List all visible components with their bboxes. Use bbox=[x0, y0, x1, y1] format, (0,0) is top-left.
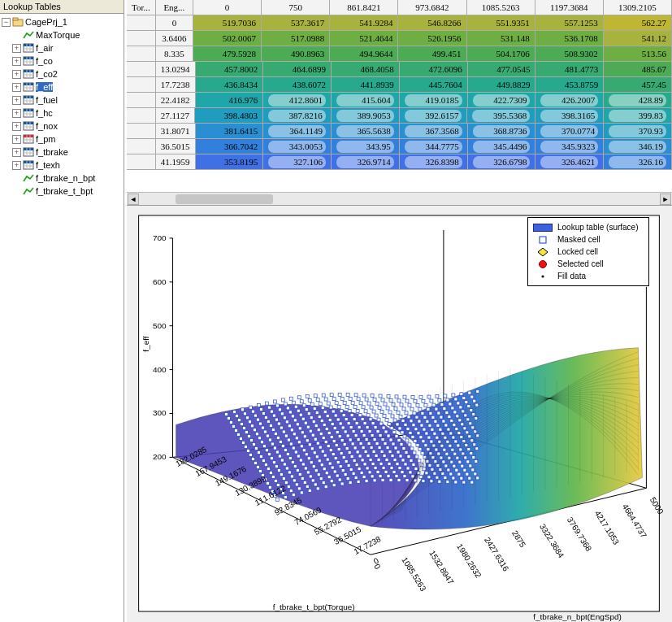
table-cell[interactable]: 370.93 bbox=[604, 124, 672, 139]
collapse-icon[interactable]: − bbox=[2, 18, 11, 27]
row-header[interactable]: 27.1127 bbox=[156, 108, 195, 124]
row-gutter[interactable] bbox=[127, 15, 156, 31]
table-cell[interactable]: 415.604 bbox=[332, 93, 400, 108]
tree-item-f_tbrake_t_bpt[interactable]: f_tbrake_t_bpt bbox=[2, 185, 124, 198]
table-cell[interactable]: 399.83 bbox=[604, 108, 672, 124]
expand-icon[interactable]: + bbox=[12, 96, 21, 105]
expand-icon[interactable]: + bbox=[12, 44, 21, 53]
expand-icon[interactable]: + bbox=[12, 70, 21, 79]
table-cell[interactable]: 346.19 bbox=[604, 139, 672, 154]
row-gutter[interactable] bbox=[127, 154, 156, 170]
row-gutter[interactable] bbox=[127, 77, 156, 93]
table-cell[interactable]: 562.27 bbox=[604, 15, 672, 31]
tree-item-MaxTorque[interactable]: MaxTorque bbox=[2, 28, 124, 41]
table-cell[interactable]: 419.0185 bbox=[400, 93, 468, 108]
table-cell[interactable]: 504.1706 bbox=[467, 46, 535, 62]
table-cell[interactable]: 477.0545 bbox=[468, 62, 536, 77]
table-cell[interactable]: 517.0988 bbox=[262, 31, 330, 46]
col-header[interactable]: 861.8421 bbox=[330, 0, 398, 15]
tree-item-f_fuel[interactable]: +f_fuel bbox=[2, 94, 124, 107]
table-cell[interactable]: 398.3165 bbox=[535, 108, 604, 124]
table-cell[interactable]: 502.0067 bbox=[193, 31, 262, 46]
expand-icon[interactable]: + bbox=[12, 122, 21, 131]
table-cell[interactable]: 398.4803 bbox=[195, 108, 263, 124]
table-cell[interactable]: 368.8736 bbox=[468, 124, 536, 139]
tree-item-f_hc[interactable]: +f_hc bbox=[2, 107, 124, 120]
row-gutter[interactable] bbox=[127, 62, 156, 77]
table-cell[interactable]: 546.8266 bbox=[398, 15, 466, 31]
col-axis-header[interactable]: Eng... bbox=[156, 0, 193, 15]
row-header[interactable]: 3.6406 bbox=[156, 31, 193, 46]
table-cell[interactable]: 536.1708 bbox=[535, 31, 604, 46]
table-cell[interactable]: 494.9644 bbox=[330, 46, 398, 62]
table-cell[interactable]: 416.976 bbox=[196, 93, 264, 108]
col-header[interactable]: 1085.5263 bbox=[467, 0, 535, 15]
tree-item-f_nox[interactable]: +f_nox bbox=[2, 120, 124, 133]
table-cell[interactable]: 490.8963 bbox=[262, 46, 330, 62]
tree-item-f_co2[interactable]: +f_co2 bbox=[2, 67, 124, 80]
table-cell[interactable]: 479.5928 bbox=[193, 46, 262, 62]
table-cell[interactable]: 557.1253 bbox=[535, 15, 604, 31]
table-cell[interactable]: 344.7775 bbox=[400, 139, 468, 154]
expand-icon[interactable]: + bbox=[12, 135, 21, 144]
row-header[interactable]: 8.335 bbox=[156, 46, 193, 62]
table-cell[interactable]: 428.89 bbox=[604, 93, 672, 108]
table-cell[interactable]: 513.56 bbox=[604, 46, 672, 62]
row-gutter[interactable] bbox=[127, 108, 156, 124]
table-cell[interactable]: 441.8939 bbox=[332, 77, 400, 93]
table-cell[interactable]: 426.2007 bbox=[535, 93, 604, 108]
table-cell[interactable]: 481.4773 bbox=[535, 62, 604, 77]
table-cell[interactable]: 365.5638 bbox=[332, 124, 400, 139]
table-cell[interactable]: 326.16 bbox=[604, 154, 672, 170]
table-cell[interactable]: 457.8002 bbox=[196, 62, 264, 77]
scroll-thumb[interactable] bbox=[176, 194, 273, 204]
table-cell[interactable]: 343.95 bbox=[332, 139, 400, 154]
table-cell[interactable]: 392.6157 bbox=[400, 108, 468, 124]
table-cell[interactable]: 485.67 bbox=[604, 62, 672, 77]
tree-item-f_eff[interactable]: +f_eff bbox=[2, 80, 124, 94]
table-cell[interactable]: 436.8434 bbox=[196, 77, 264, 93]
row-gutter[interactable] bbox=[127, 124, 156, 139]
table-cell[interactable]: 367.3568 bbox=[400, 124, 468, 139]
col-header[interactable]: 973.6842 bbox=[398, 0, 466, 15]
table-cell[interactable]: 381.6415 bbox=[196, 124, 264, 139]
table-cell[interactable]: 343.0053 bbox=[263, 139, 332, 154]
table-cell[interactable]: 326.8398 bbox=[400, 154, 468, 170]
table-cell[interactable]: 327.106 bbox=[263, 154, 332, 170]
row-gutter[interactable] bbox=[127, 46, 156, 62]
row-header[interactable]: 36.5015 bbox=[156, 139, 196, 154]
table-cell[interactable]: 464.6899 bbox=[263, 62, 332, 77]
row-gutter[interactable] bbox=[127, 139, 156, 154]
table-cell[interactable]: 521.4644 bbox=[330, 31, 398, 46]
table-cell[interactable]: 508.9302 bbox=[535, 46, 604, 62]
table-cell[interactable]: 541.9284 bbox=[330, 15, 398, 31]
tree-item-f_air[interactable]: +f_air bbox=[2, 41, 124, 54]
table-cell[interactable]: 449.8829 bbox=[468, 77, 536, 93]
expand-icon[interactable]: + bbox=[12, 57, 21, 66]
table-cell[interactable]: 345.4496 bbox=[468, 139, 536, 154]
table-cell[interactable]: 387.8216 bbox=[263, 108, 332, 124]
expand-icon[interactable]: + bbox=[12, 161, 21, 170]
col-header[interactable]: 1197.3684 bbox=[535, 0, 604, 15]
scroll-right-button[interactable]: ► bbox=[660, 194, 671, 205]
tree-root-row[interactable]: − CagePrj_1 bbox=[2, 15, 124, 28]
col-header[interactable]: 750 bbox=[262, 0, 330, 15]
table-cell[interactable]: 326.6798 bbox=[468, 154, 536, 170]
table-cell[interactable]: 353.8195 bbox=[196, 154, 264, 170]
col-header[interactable]: 0 bbox=[193, 0, 262, 15]
table-cell[interactable]: 370.0774 bbox=[535, 124, 604, 139]
col-header[interactable]: 1309.2105 bbox=[604, 0, 672, 15]
table-cell[interactable]: 366.7042 bbox=[196, 139, 264, 154]
tree-item-f_tbrake[interactable]: +f_tbrake bbox=[2, 146, 124, 159]
table-cell[interactable]: 326.9714 bbox=[332, 154, 400, 170]
table-cell[interactable]: 541.12 bbox=[604, 31, 672, 46]
table-cell[interactable]: 412.8601 bbox=[263, 93, 332, 108]
expand-icon[interactable]: + bbox=[12, 148, 21, 157]
table-cell[interactable]: 537.3617 bbox=[262, 15, 330, 31]
table-cell[interactable]: 326.4621 bbox=[535, 154, 604, 170]
row-header[interactable]: 41.1959 bbox=[156, 154, 196, 170]
table-cell[interactable]: 345.9323 bbox=[535, 139, 604, 154]
table-h-scrollbar[interactable]: ◄ ► bbox=[127, 192, 672, 205]
table-cell[interactable]: 531.148 bbox=[467, 31, 535, 46]
tree-item-f_texh[interactable]: +f_texh bbox=[2, 159, 124, 172]
